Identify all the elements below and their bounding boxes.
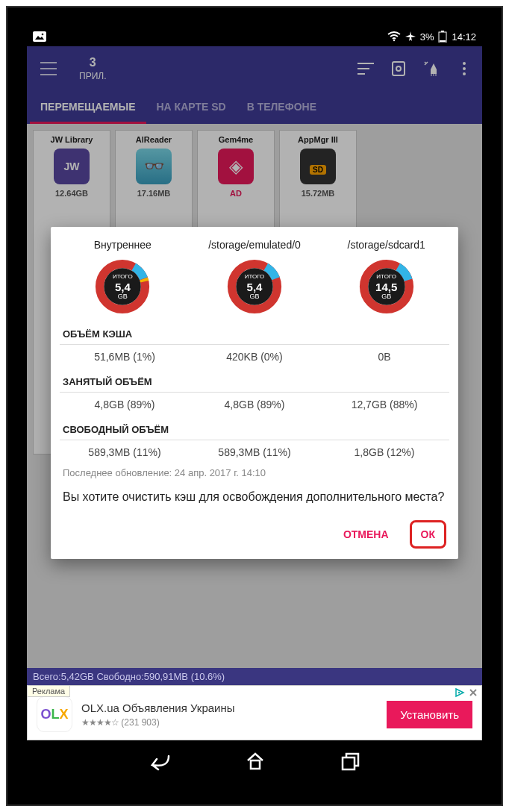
storage-dialog: Внутреннее ИТОГО5,4GB /storage/emulated/… [51,227,458,559]
cancel-button[interactable]: ОТМЕНА [334,520,398,549]
ad-title: OLX.ua Объявления Украины [81,702,378,714]
clock: 14:12 [452,31,476,43]
home-button[interactable] [245,752,266,774]
ring-chart: ИТОГО14,5GB [358,258,415,315]
nav-bar [27,740,482,785]
storage-col-sdcard: /storage/sdcard1 ИТОГО14,5GB [320,239,452,315]
section-cache: ОБЪЁМ КЭША 51,6MB (1%)420KB (0%)0B [51,321,458,369]
svg-rect-6 [440,40,446,42]
storage-col-emulated: /storage/emulated/0 ИТОГО5,4GB [189,239,321,315]
updated-text: Последнее обновление: 24 апр. 2017 г. 14… [51,464,458,486]
svg-point-3 [393,40,394,41]
airplane-icon [405,31,416,42]
section-used: ЗАНЯТЫЙ ОБЪЁМ 4,8GB (89%)4,8GB (89%)12,7… [51,369,458,416]
ring-chart: ИТОГО5,4GB [226,258,283,315]
section-free: СВОБОДНЫЙ ОБЪЁМ 589,3MB (11%)589,3MB (11… [51,416,458,464]
wifi-icon [387,31,401,42]
status-bar: 3% 14:12 [27,27,482,46]
recent-button[interactable] [340,752,361,774]
svg-point-2 [42,34,44,36]
ad-banner[interactable]: Реклама OLX OLX.ua Объявления Украины ★★… [27,685,482,740]
ad-tag: Реклама [27,685,70,697]
close-icon[interactable] [468,687,478,698]
stats-bar: Всего:5,42GB Свободно:590,91MB (10.6%) [27,668,482,685]
svg-point-30 [458,692,460,693]
ok-button[interactable]: ОК [419,526,437,543]
ring-chart: ИТОГО5,4GB [94,258,151,315]
svg-rect-0 [33,31,46,42]
adchoices-icon[interactable] [455,687,465,698]
storage-col-internal: Внутреннее ИТОГО5,4GB [57,239,189,315]
ad-app-icon: OLX [37,696,72,732]
dialog-question: Вы хотите очистить кэш для освобождения … [51,486,458,514]
back-button[interactable] [148,752,170,774]
battery-percent: 3% [420,31,434,43]
battery-icon [438,31,447,43]
svg-rect-33 [251,761,260,769]
ad-rating: ★★★★☆ (231 903) [81,717,378,728]
svg-rect-35 [343,758,355,769]
image-icon [33,31,46,42]
install-button[interactable]: Установить [387,701,472,728]
